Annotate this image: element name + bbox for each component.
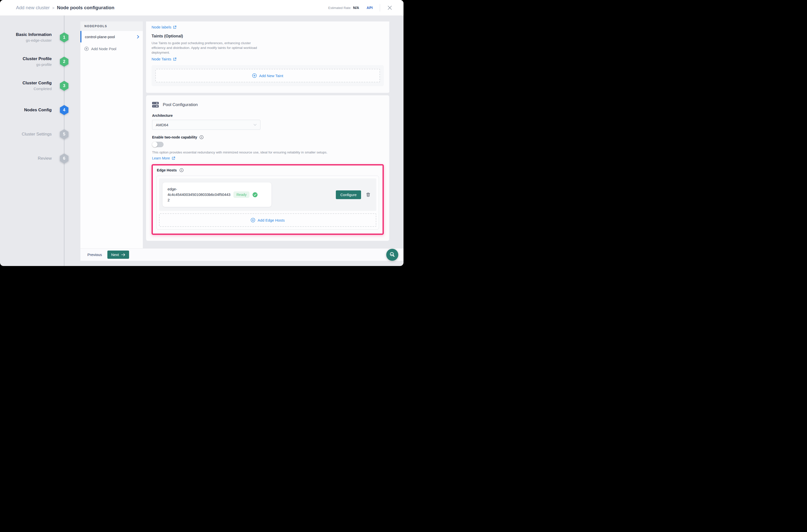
two-node-toggle[interactable] — [152, 142, 164, 147]
external-link-icon — [173, 25, 177, 29]
step-title: Cluster Config — [22, 80, 52, 86]
step-number: 5 — [63, 132, 65, 137]
edge-hosts-container: edge-4c4c4544003450108033b6c04f504432 Re… — [156, 176, 379, 230]
breadcrumb-separator: > — [52, 6, 54, 10]
learn-more-label: Learn More — [152, 156, 170, 160]
add-edge-hosts-button[interactable]: Add Edge Hosts — [159, 213, 376, 227]
step-hexagon: 4 — [60, 105, 69, 115]
node-taints-link[interactable]: Node Taints — [151, 57, 177, 61]
magnifier-smile-icon — [389, 251, 396, 258]
architecture-label: Architecture — [146, 114, 389, 117]
node-labels-link[interactable]: Node labels — [151, 25, 177, 29]
plus-circle-icon — [252, 73, 257, 78]
plus-circle-icon — [251, 218, 255, 222]
step-subtitle: gs-edge-cluster — [16, 38, 52, 43]
step-title: Review — [38, 155, 52, 162]
step-subtitle: Completed — [22, 86, 52, 92]
step-hexagon: 6 — [60, 153, 69, 164]
edge-hosts-label: Edge Hosts — [157, 168, 177, 172]
step-title: Cluster Profile — [23, 56, 52, 62]
step-number: 1 — [63, 35, 65, 40]
pool-configuration-title: Pool Configuration — [163, 102, 198, 107]
step-title: Basic Information — [16, 32, 52, 38]
estimated-rate-value: N/A — [353, 6, 359, 10]
wizard-stepper: Basic Information gs-edge-cluster 1 Clus… — [0, 16, 80, 266]
step-title: Nodes Config — [24, 107, 52, 113]
header: Add new cluster > Node pools configurati… — [0, 0, 403, 16]
external-link-icon — [173, 57, 177, 61]
node-labels-link-label: Node labels — [151, 25, 171, 29]
info-icon[interactable] — [200, 135, 203, 139]
step-hexagon: 1 — [60, 33, 69, 42]
taints-description: Use Taints to guide pod scheduling prefe… — [151, 41, 265, 55]
arrow-right-icon — [121, 253, 125, 256]
trash-icon — [366, 192, 370, 197]
add-new-taint-label: Add New Taint — [259, 74, 283, 78]
check-circle-icon — [253, 192, 258, 197]
edge-host-card[interactable]: edge-4c4c4544003450108033b6c04f504432 Re… — [163, 183, 271, 207]
delete-edge-host-button[interactable] — [366, 192, 370, 197]
architecture-value: AMD64 — [156, 123, 168, 127]
server-stack-icon — [152, 102, 159, 108]
close-icon — [387, 5, 392, 10]
nodepool-item-control-plane-pool[interactable]: control-plane-pool — [80, 31, 143, 42]
close-button[interactable] — [387, 5, 392, 11]
step-subtitle: gs-profile — [23, 62, 52, 68]
stepper-line — [64, 16, 65, 266]
previous-button[interactable]: Previous — [87, 252, 102, 257]
info-icon[interactable] — [180, 168, 184, 172]
edge-host-id: edge-4c4c4544003450108033b6c04f504432 — [167, 186, 231, 203]
api-link[interactable]: API — [367, 6, 373, 10]
two-node-label: Enable two-node capability — [152, 135, 197, 139]
chevron-down-icon — [253, 124, 257, 126]
nodepools-panel: NODEPOOLS control-plane-pool Add Node Po… — [80, 21, 143, 248]
header-actions: Estimated Rate: N/A API — [328, 4, 392, 12]
step-number: 3 — [63, 83, 65, 88]
breadcrumb: Add new cluster > Node pools configurati… — [16, 5, 114, 11]
step-number: 2 — [63, 59, 65, 64]
toggle-knob — [152, 142, 158, 147]
configure-button[interactable]: Configure — [336, 190, 361, 199]
nodepools-header: NODEPOOLS — [80, 21, 143, 31]
taints-list-container: Add New Taint — [151, 65, 384, 86]
next-button[interactable]: Next — [107, 250, 129, 259]
step-hexagon: 3 — [60, 81, 69, 91]
app-window: Add new cluster > Node pools configurati… — [0, 0, 403, 266]
step-hexagon: 2 — [60, 57, 69, 66]
two-node-description: This option provides essential redundanc… — [146, 150, 389, 154]
edge-hosts-highlight-section: Edge Hosts edge-4c4c4544003450108033b6c0… — [151, 164, 384, 235]
nodepool-item-label: control-plane-pool — [85, 35, 115, 39]
estimated-rate-label: Estimated Rate: — [328, 6, 352, 10]
status-badge: Ready — [234, 191, 250, 198]
node-taints-link-label: Node Taints — [151, 57, 171, 61]
step-title: Cluster Settings — [22, 131, 52, 137]
plus-circle-icon — [85, 47, 89, 51]
page-title: Node pools configuration — [57, 5, 114, 11]
breadcrumb-link-add-new-cluster[interactable]: Add new cluster — [16, 5, 50, 11]
wizard-footer: Previous Next — [80, 248, 403, 261]
edge-host-row: edge-4c4c4544003450108033b6c04f504432 Re… — [159, 178, 376, 211]
main-content: Node labels Taints (Optional) Use Taints… — [146, 21, 389, 241]
architecture-select[interactable]: AMD64 — [152, 120, 260, 130]
step-number: 4 — [63, 108, 65, 113]
add-node-pool-label: Add Node Pool — [91, 47, 116, 51]
add-node-pool-button[interactable]: Add Node Pool — [80, 42, 143, 55]
taints-title: Taints (Optional) — [151, 34, 384, 38]
chevron-right-icon — [137, 35, 139, 39]
learn-more-link[interactable]: Learn More — [152, 156, 175, 160]
add-new-taint-button[interactable]: Add New Taint — [155, 69, 380, 82]
next-button-label: Next — [111, 252, 119, 257]
step-number: 6 — [63, 156, 65, 161]
add-edge-hosts-label: Add Edge Hosts — [258, 218, 285, 222]
pool-configuration-card: Pool Configuration Architecture AMD64 En… — [146, 95, 389, 241]
help-fab-button[interactable] — [386, 249, 398, 261]
step-hexagon: 5 — [60, 129, 69, 139]
taints-card: Node labels Taints (Optional) Use Taints… — [146, 21, 389, 93]
external-link-icon — [172, 156, 175, 160]
